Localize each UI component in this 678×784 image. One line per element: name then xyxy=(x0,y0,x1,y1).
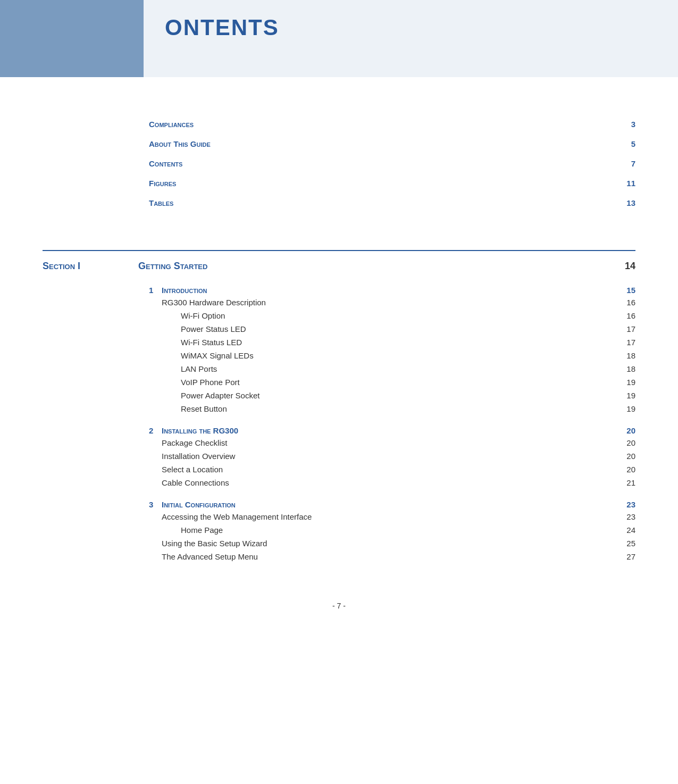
toc-dots xyxy=(198,127,615,127)
toc-top-section: Compliances 3 About This Guide 5 Content… xyxy=(0,114,678,213)
sub2-title: Reset Button xyxy=(181,404,620,413)
sub2-entry: VoIP Phone Port 19 xyxy=(149,376,635,389)
sub2-title: Wi-Fi Status LED xyxy=(181,338,620,347)
sub1-entry: Using the Basic Setup Wizard 25 xyxy=(149,537,635,550)
sub1-entry: Package Checklist 20 xyxy=(149,436,635,449)
sub2-entry: WiMAX Signal LEDs 18 xyxy=(149,349,635,362)
chapter-entry: 1 Introduction 15 xyxy=(149,281,635,296)
toc-dots xyxy=(215,146,615,147)
toc-dots xyxy=(178,205,615,206)
toc-entry-title: Contents xyxy=(149,159,182,168)
sub1-page: 20 xyxy=(620,438,635,447)
sub1-page: 16 xyxy=(620,298,635,307)
sub2-page: 19 xyxy=(620,378,635,387)
toc-entry-page: 13 xyxy=(620,198,635,207)
sub2-page: 18 xyxy=(620,364,635,373)
toc-entry-page: 3 xyxy=(620,120,635,129)
sub1-title: Installation Overview xyxy=(162,452,620,461)
toc-entry: Compliances 3 xyxy=(149,114,635,134)
toc-entry: Figures 11 xyxy=(149,173,635,193)
sub2-title: WiMAX Signal LEDs xyxy=(181,351,620,360)
sub2-page: 19 xyxy=(620,404,635,413)
sub1-page: 23 xyxy=(620,512,635,521)
chapter-page: 23 xyxy=(620,500,635,509)
page-header: ONTENTS xyxy=(0,0,678,77)
toc-entry-title: Compliances xyxy=(149,120,194,129)
sub1-entry: Cable Connections 21 xyxy=(149,476,635,489)
sub1-title: Select a Location xyxy=(162,465,620,474)
header-left-bar xyxy=(0,0,144,77)
section-row: Section I Getting Started 14 xyxy=(0,251,678,281)
chapter-block: 1 Introduction 15 RG300 Hardware Descrip… xyxy=(0,281,678,570)
chapter-num: 1 xyxy=(149,286,162,295)
sub1-title: Cable Connections xyxy=(162,478,620,487)
chapter-title: Initial Configuration xyxy=(162,500,620,509)
header-right-area: ONTENTS xyxy=(144,0,678,77)
sub2-page: 24 xyxy=(620,526,635,535)
sub1-page: 27 xyxy=(620,552,635,561)
chapter-entry: 3 Initial Configuration 23 xyxy=(149,496,635,510)
sub2-title: Power Status LED xyxy=(181,324,620,333)
sub1-entry: RG300 Hardware Description 16 xyxy=(149,296,635,309)
sections-container: Section I Getting Started 14 1 Introduct… xyxy=(0,251,678,570)
sub1-page: 25 xyxy=(620,539,635,548)
chapter-title: Installing the RG300 xyxy=(162,426,620,435)
sub2-title: Power Adapter Socket xyxy=(181,391,620,400)
main-content: Compliances 3 About This Guide 5 Content… xyxy=(0,77,678,591)
sub1-entry: Select a Location 20 xyxy=(149,463,635,476)
sub1-page: 20 xyxy=(620,452,635,461)
sub1-title: RG300 Hardware Description xyxy=(162,298,620,307)
sub2-entry: Wi-Fi Status LED 17 xyxy=(149,336,635,349)
toc-entry-title: Figures xyxy=(149,179,176,188)
toc-entry-title: About This Guide xyxy=(149,139,211,148)
sub2-page: 17 xyxy=(620,338,635,347)
section-title: Getting Started xyxy=(138,261,614,272)
chapter-num: 3 xyxy=(149,500,162,509)
sub1-entry: The Advanced Setup Menu 27 xyxy=(149,550,635,563)
sub2-entry: LAN Ports 18 xyxy=(149,362,635,376)
page-footer: - 7 - xyxy=(0,591,678,621)
page-number: - 7 - xyxy=(332,602,346,610)
chapter-page: 15 xyxy=(620,286,635,295)
toc-dots xyxy=(180,186,615,186)
section-label: Section I xyxy=(43,261,138,272)
sub2-page: 17 xyxy=(620,324,635,333)
sub2-page: 16 xyxy=(620,311,635,320)
sub1-title: The Advanced Setup Menu xyxy=(162,552,620,561)
section-page: 14 xyxy=(614,261,635,272)
sub1-entry: Accessing the Web Management Interface 2… xyxy=(149,510,635,523)
sub1-title: Package Checklist xyxy=(162,438,620,447)
sub2-title: LAN Ports xyxy=(181,364,620,373)
sub2-page: 18 xyxy=(620,351,635,360)
chapter-entry: 2 Installing the RG300 20 xyxy=(149,422,635,436)
chapter-page: 20 xyxy=(620,426,635,435)
sub1-title: Accessing the Web Management Interface xyxy=(162,512,620,521)
sub2-entry: Wi-Fi Option 16 xyxy=(149,309,635,322)
sub2-title: VoIP Phone Port xyxy=(181,378,620,387)
toc-entry-page: 7 xyxy=(620,159,635,168)
sub2-title: Wi-Fi Option xyxy=(181,311,620,320)
sub1-title: Using the Basic Setup Wizard xyxy=(162,539,620,548)
toc-entry-title: Tables xyxy=(149,198,173,207)
sub1-page: 21 xyxy=(620,478,635,487)
toc-entry: About This Guide 5 xyxy=(149,134,635,154)
toc-entry: Tables 13 xyxy=(149,193,635,213)
toc-entry-page: 11 xyxy=(620,179,635,188)
sub1-page: 20 xyxy=(620,465,635,474)
toc-dots xyxy=(187,166,615,166)
page-title: ONTENTS xyxy=(165,15,279,40)
chapter-title: Introduction xyxy=(162,286,620,295)
sub2-title: Home Page xyxy=(181,526,620,535)
sub2-entry: Home Page 24 xyxy=(149,523,635,537)
toc-entry: Contents 7 xyxy=(149,154,635,173)
toc-entry-page: 5 xyxy=(620,139,635,148)
sub2-entry: Power Adapter Socket 19 xyxy=(149,389,635,402)
sub2-entry: Power Status LED 17 xyxy=(149,322,635,336)
sub2-page: 19 xyxy=(620,391,635,400)
sub1-entry: Installation Overview 20 xyxy=(149,449,635,463)
title-text: ONTENTS xyxy=(165,15,279,40)
sub2-entry: Reset Button 19 xyxy=(149,402,635,415)
chapter-num: 2 xyxy=(149,426,162,435)
